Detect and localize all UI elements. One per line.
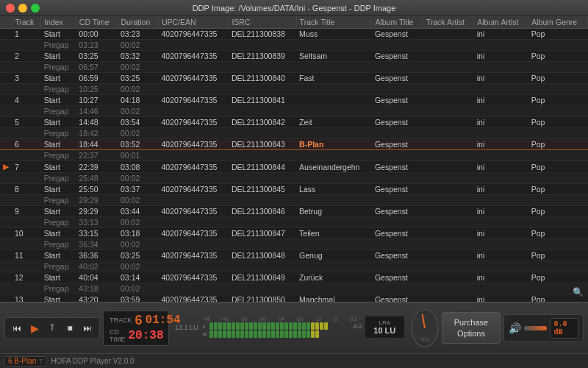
arrow-cell bbox=[0, 206, 12, 217]
duration-cell: 03:08 bbox=[118, 161, 158, 173]
col-title: Track Title bbox=[296, 16, 372, 29]
isrc-cell bbox=[229, 84, 296, 95]
table-row[interactable]: Pregap 10:25 00:02 bbox=[0, 84, 588, 95]
search-icon[interactable]: 🔍 bbox=[573, 287, 584, 297]
isrc-cell: DEL211300849 bbox=[229, 272, 296, 283]
arrow-cell bbox=[0, 106, 12, 117]
table-row[interactable]: Pregap 25:48 00:02 bbox=[0, 173, 588, 184]
album-artist-cell: ini bbox=[474, 117, 528, 128]
volume-slider[interactable] bbox=[524, 326, 547, 330]
genre-cell: Pop bbox=[528, 117, 588, 128]
purchase-options-button[interactable]: PurchaseOptions bbox=[442, 312, 501, 344]
table-row[interactable]: Pregap 40:02 00:02 bbox=[0, 261, 588, 272]
stop-button[interactable]: ■ bbox=[62, 321, 77, 336]
minimize-button[interactable] bbox=[18, 4, 27, 13]
upc-cell: 4020796447335 bbox=[158, 95, 229, 106]
meter-segment bbox=[293, 330, 297, 338]
table-row[interactable]: Pregap 06:57 00:02 bbox=[0, 62, 588, 73]
table-row[interactable]: 8 Start 25:50 03:37 4020796447335 DEL211… bbox=[0, 184, 588, 195]
index-cell: Start bbox=[41, 206, 76, 217]
track-num-cell: 12 bbox=[12, 272, 41, 283]
genre-cell bbox=[528, 106, 588, 117]
meter-segment bbox=[346, 322, 350, 330]
upc-cell bbox=[158, 217, 229, 228]
table-row[interactable]: 1 Start 00:00 03:23 4020796447335 DEL211… bbox=[0, 29, 588, 40]
meter-segment bbox=[342, 330, 345, 338]
title-cell: Fast bbox=[296, 73, 372, 84]
meter-segment bbox=[346, 330, 350, 338]
upc-cell bbox=[158, 283, 229, 294]
table-row[interactable]: 9 Start 29:29 03:44 4020796447335 DEL211… bbox=[0, 206, 588, 217]
table-row[interactable]: Pregap 36:34 00:02 bbox=[0, 239, 588, 250]
table-row[interactable]: 3 Start 06:59 03:25 4020796447335 DEL211… bbox=[0, 73, 588, 84]
meter-segment bbox=[249, 322, 253, 330]
title-cell bbox=[296, 106, 372, 117]
table-row[interactable]: Pregap 22:37 00:01 bbox=[0, 150, 588, 161]
genre-cell bbox=[528, 173, 588, 184]
upc-cell: 4020796447335 bbox=[158, 117, 229, 128]
artist-cell bbox=[423, 228, 474, 239]
table-row[interactable]: Pregap 33:13 00:02 bbox=[0, 217, 588, 228]
title-cell bbox=[296, 150, 372, 161]
maximize-button[interactable] bbox=[31, 4, 40, 13]
meter-segment bbox=[311, 330, 315, 338]
arrow-cell bbox=[0, 184, 12, 195]
table-row[interactable]: ▶ 7 Start 22:39 03:08 4020796447335 DEL2… bbox=[0, 161, 588, 173]
genre-cell bbox=[528, 150, 588, 161]
duration-cell: 03:52 bbox=[118, 139, 158, 150]
table-row[interactable]: 2 Start 03:25 03:32 4020796447335 DEL211… bbox=[0, 51, 588, 62]
album-cell: Gespenst bbox=[372, 272, 423, 283]
title-cell bbox=[296, 239, 372, 250]
track-info: TRACK 6 01:54 CD TIME 20:38 bbox=[103, 311, 169, 346]
table-row[interactable]: Pregap 18:42 00:02 bbox=[0, 128, 588, 139]
title-cell: Muss bbox=[296, 29, 372, 40]
close-button[interactable] bbox=[6, 4, 15, 13]
upc-cell bbox=[158, 173, 229, 184]
artist-cell bbox=[423, 272, 474, 283]
arrow-cell bbox=[0, 250, 12, 261]
album-artist-cell bbox=[474, 261, 528, 272]
table-row[interactable]: Pregap 14:46 00:02 bbox=[0, 106, 588, 117]
volume-db: 0.0 dB bbox=[550, 318, 578, 339]
arrow-cell bbox=[0, 117, 12, 128]
album-cell bbox=[372, 261, 423, 272]
meter-segment bbox=[240, 322, 244, 330]
index-cell: Start bbox=[41, 73, 76, 84]
vu-label: VU bbox=[420, 336, 429, 343]
track-num-cell bbox=[12, 239, 41, 250]
traffic-lights[interactable] bbox=[6, 4, 40, 13]
forward-button[interactable]: ⏭ bbox=[80, 321, 95, 336]
track-num-cell bbox=[12, 283, 41, 294]
artist-cell bbox=[423, 51, 474, 62]
cdtime-cell: 00:00 bbox=[76, 29, 118, 40]
album-artist-cell bbox=[474, 217, 528, 228]
table-row[interactable]: 11 Start 36:36 03:25 4020796447335 DEL21… bbox=[0, 250, 588, 261]
meter-segment bbox=[227, 322, 231, 330]
album-cell bbox=[372, 217, 423, 228]
table-row[interactable]: 6 Start 18:44 03:52 4020796447335 DEL211… bbox=[0, 139, 588, 150]
table-row[interactable]: 5 Start 14:48 03:54 4020796447335 DEL211… bbox=[0, 117, 588, 128]
table-row[interactable]: 10 Start 33:15 03:18 4020796447335 DEL21… bbox=[0, 228, 588, 239]
play-button[interactable]: ▶ bbox=[27, 321, 42, 336]
album-cell: Gespenst bbox=[372, 184, 423, 195]
table-row[interactable]: Pregap 29:29 00:02 bbox=[0, 195, 588, 206]
album-cell bbox=[372, 128, 423, 139]
table-row[interactable]: 4 Start 10:27 04:18 4020796447335 DEL211… bbox=[0, 95, 588, 106]
index-cell: Pregap bbox=[41, 195, 76, 206]
col-upc: UPC/EAN bbox=[158, 16, 229, 29]
volume-control: 🔊 0.0 dB bbox=[503, 314, 584, 342]
album-cell: Gespenst bbox=[372, 29, 423, 40]
cue-button[interactable]: T bbox=[45, 321, 60, 336]
genre-cell: Pop bbox=[528, 51, 588, 62]
table-row[interactable]: 13 Start 43:20 03:59 4020796447335 DEL21… bbox=[0, 294, 588, 302]
toolbar: ⏮ ▶ T ■ ⏭ TRACK 6 01:54 CD TIME 20:38 bbox=[0, 302, 588, 353]
table-row[interactable]: Pregap 03:23 00:02 bbox=[0, 40, 588, 51]
table-row[interactable]: Pregap 43:18 00:02 bbox=[0, 283, 588, 294]
track-num-cell: 1 bbox=[12, 29, 41, 40]
album-cell: Gespenst bbox=[372, 73, 423, 84]
album-artist-cell: ini bbox=[474, 228, 528, 239]
rewind-button[interactable]: ⏮ bbox=[10, 321, 24, 336]
track-num-cell: 11 bbox=[12, 250, 41, 261]
table-header-row: Track Index CD Time Duration UPC/EAN ISR… bbox=[0, 16, 588, 29]
table-row[interactable]: 12 Start 40:04 03:14 4020796447335 DEL21… bbox=[0, 272, 588, 283]
